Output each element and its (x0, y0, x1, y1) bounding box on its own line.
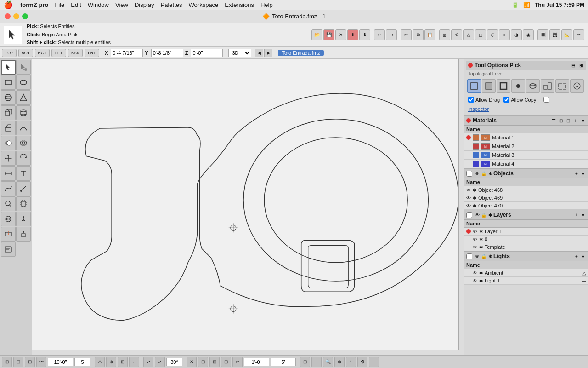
tool-object-attrib[interactable] (16, 227, 31, 242)
tool-history[interactable] (1, 242, 16, 257)
view-bot[interactable]: BOT (18, 49, 33, 57)
toolbar-open[interactable]: 📂 (311, 29, 322, 40)
layers-add[interactable]: + (573, 212, 580, 218)
bb-tool1[interactable]: ↗ (143, 357, 153, 367)
z-input[interactable] (191, 49, 223, 57)
view-lft[interactable]: LFT (51, 49, 66, 57)
toolbar-render2[interactable]: 🖼 (549, 29, 560, 40)
tool-options-collapse[interactable]: ⊟ (570, 62, 577, 69)
light-row[interactable]: 👁 ✱ Light 1 — (464, 277, 588, 285)
active-tool-icon[interactable] (4, 26, 22, 44)
obj-vis-icon[interactable]: 👁 (474, 170, 481, 177)
apple-menu[interactable]: 🍎 (4, 0, 13, 9)
tool-rotate[interactable] (16, 151, 31, 166)
material-row[interactable]: M Material 2 (464, 142, 588, 151)
lights-vis-icon[interactable]: 👁 (474, 253, 481, 259)
mat-large-view[interactable]: ⊟ (565, 117, 571, 124)
tool-options-expand[interactable]: ⊞ (578, 62, 584, 69)
tool-circle[interactable] (16, 75, 31, 90)
canvas-vscroll[interactable] (458, 59, 464, 350)
snap-value[interactable] (48, 358, 73, 366)
object-row[interactable]: 👁 ✱ Object 469 (464, 194, 588, 202)
extensions-menu[interactable]: Extensions (225, 1, 254, 8)
bb-zoom[interactable]: 🔍 (323, 357, 333, 367)
topo-body[interactable] (526, 79, 540, 93)
layer-row[interactable]: 👁 ✱ Layer 1 (464, 228, 588, 236)
tool-sphere[interactable] (1, 90, 16, 105)
inspector-link[interactable]: Inspector (466, 104, 586, 114)
window-menu[interactable]: Window (88, 1, 109, 8)
workspace-menu[interactable]: Workspace (189, 1, 219, 8)
toolbar-tool4[interactable]: ⬡ (487, 29, 498, 40)
layers-all-cb[interactable] (466, 212, 472, 218)
tool-walkthrough[interactable] (16, 212, 31, 226)
bb-search[interactable]: ⊕ (334, 357, 345, 367)
tool-cylinder[interactable] (16, 105, 31, 120)
scale2-value[interactable] (271, 358, 296, 366)
file-menu[interactable]: File (55, 1, 64, 8)
tool-select-arrow[interactable] (1, 60, 16, 75)
bb-scale2[interactable]: ⊡ (198, 357, 208, 367)
toolbar-tool5[interactable]: ○ (499, 29, 510, 40)
material-row[interactable]: M Material 1 (464, 133, 588, 142)
mat-list-view[interactable]: ☰ (550, 117, 557, 124)
lights-lock-icon[interactable]: 🔒 (481, 253, 487, 259)
obj-collapse[interactable]: ▾ (580, 170, 586, 177)
toolbar-render4[interactable]: ✏ (573, 29, 584, 40)
palettes-menu[interactable]: Palettes (161, 1, 182, 8)
layer-star-icon[interactable]: ✱ (487, 212, 493, 218)
help-menu[interactable]: Help (260, 1, 273, 8)
layer-lock-icon[interactable]: 🔒 (481, 212, 487, 218)
lights-all-cb[interactable] (466, 253, 472, 259)
obj-expand[interactable]: + (573, 170, 580, 177)
tool-text[interactable] (16, 166, 31, 181)
x-input[interactable] (111, 49, 143, 57)
topo-object[interactable] (467, 79, 481, 93)
tool-section[interactable] (1, 227, 16, 242)
toolbar-save[interactable]: 💾 (323, 29, 334, 40)
toolbar-tool2[interactable]: △ (463, 29, 474, 40)
bb-section[interactable]: ⊞ (300, 357, 310, 367)
bb-display[interactable]: □ (369, 357, 379, 367)
bb-snap3[interactable]: ⊟ (25, 357, 35, 367)
tool-reshape[interactable] (16, 60, 31, 75)
tool-move[interactable] (1, 151, 16, 166)
obj-star-icon[interactable]: ✱ (487, 170, 493, 177)
layer-row[interactable]: 👁 ✱ Template (464, 243, 588, 251)
tool-loft[interactable] (16, 121, 31, 135)
tool-subtract[interactable] (1, 136, 16, 150)
obj-lock-icon[interactable]: 🔒 (481, 170, 487, 177)
material-row[interactable]: M Material 4 (464, 160, 588, 168)
toolbar-tool3[interactable]: ◻ (475, 29, 486, 40)
bb-snap2[interactable]: ⊡ (13, 357, 23, 367)
allow-copy-cb[interactable]: Allow Copy (503, 97, 536, 103)
toolbar-render1[interactable]: 🔳 (537, 29, 548, 40)
bb-scale5[interactable]: ✂ (232, 357, 243, 367)
bb-ortho[interactable]: ↔ (129, 357, 139, 367)
bb-scale3[interactable]: ⊞ (209, 357, 220, 367)
tool-intersect[interactable] (16, 136, 31, 150)
bb-snap-toggle[interactable]: ⊕ (106, 357, 116, 367)
object-row[interactable]: 👁 ✱ Object 468 (464, 186, 588, 194)
view-rgt[interactable]: RGT (35, 49, 50, 57)
close-button[interactable] (5, 13, 11, 19)
nav-next[interactable]: ▶ (264, 49, 272, 57)
toolbar-tool7[interactable]: ◉ (523, 29, 534, 40)
light-row[interactable]: 👁 ✱ Ambient △ (464, 269, 588, 277)
y-input[interactable] (151, 49, 183, 57)
toolbar-redo[interactable]: ↪ (386, 29, 397, 40)
bb-snap4[interactable]: ••• (36, 357, 46, 367)
topo-group[interactable] (555, 79, 569, 93)
layer-row[interactable]: 👁 ✱ 0 (464, 236, 588, 243)
angle-value[interactable] (166, 358, 182, 366)
fullscreen-button[interactable] (22, 13, 28, 19)
layer-vis-icon[interactable]: 👁 (474, 212, 481, 218)
bb-scale4[interactable]: ⊟ (221, 357, 231, 367)
bb-grid-toggle[interactable]: ⊞ (118, 357, 128, 367)
scale-value[interactable] (244, 358, 269, 366)
minimize-button[interactable] (13, 13, 19, 19)
toolbar-paste[interactable]: 📋 (424, 29, 435, 40)
lights-add[interactable]: + (573, 253, 580, 259)
lights-star-icon[interactable]: ✱ (487, 253, 493, 259)
tool-pen[interactable] (16, 181, 31, 196)
